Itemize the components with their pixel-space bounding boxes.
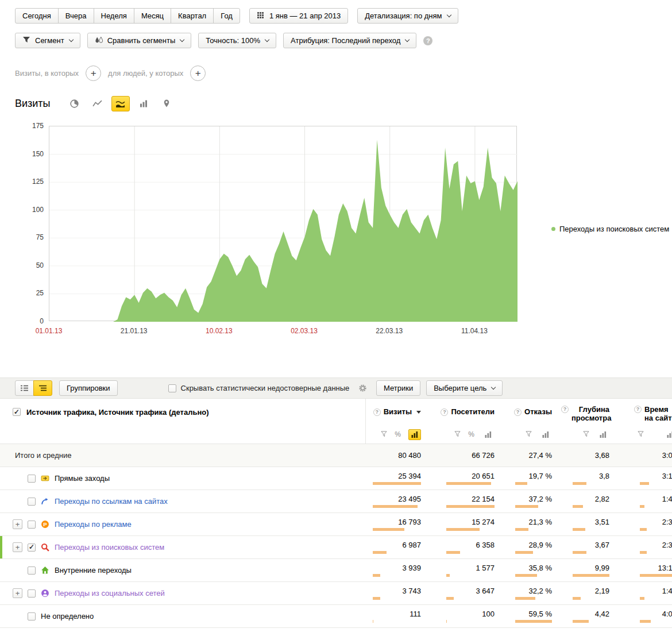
filter-icon[interactable]	[381, 430, 387, 439]
gear-icon[interactable]	[358, 384, 367, 392]
table-row: Переходы по ссылкам на сайтах 23 495 22 …	[0, 490, 672, 513]
filter-icon[interactable]	[454, 430, 461, 439]
expand-button[interactable]: +	[13, 588, 22, 598]
column-filters-row: % %	[0, 425, 672, 444]
groupings-button[interactable]: Группировки	[59, 380, 118, 396]
row-checkbox[interactable]	[28, 521, 36, 529]
view-switcher	[15, 380, 52, 396]
chart-legend: Переходы из поисковых систем	[551, 225, 669, 233]
bars-icon[interactable]	[664, 429, 672, 440]
filter-icon[interactable]	[638, 430, 644, 439]
bars-icon[interactable]	[408, 429, 421, 440]
pie-chart-icon[interactable]	[65, 96, 84, 111]
period-week[interactable]: Неделя	[94, 8, 134, 24]
list-view-button[interactable]	[15, 380, 34, 396]
question-icon[interactable]: ?	[373, 409, 381, 416]
totals-bounce: 27,4 %	[529, 451, 552, 460]
question-icon[interactable]: ?	[514, 409, 522, 416]
column-header-depth[interactable]: ? Глубина просмотра	[559, 402, 616, 423]
expand-button[interactable]: +	[13, 542, 22, 552]
row-link[interactable]: Прямые заходы	[55, 474, 110, 483]
social-networks-icon	[41, 589, 49, 598]
accuracy-dropdown[interactable]: Точность: 100%	[198, 33, 276, 48]
y-axis-tick: 50	[0, 261, 44, 269]
y-axis-tick: 25	[0, 289, 44, 297]
table-toolbar: Группировки Скрывать статистически недос…	[0, 377, 672, 399]
row-checkbox[interactable]	[28, 544, 36, 552]
y-axis-tick: 125	[0, 178, 44, 186]
row-checkbox[interactable]	[28, 612, 36, 621]
row-link[interactable]: Переходы из социальных сетей	[55, 589, 165, 598]
percent-icon[interactable]: %	[395, 430, 401, 438]
search-engine-icon	[41, 543, 49, 552]
bar-chart-icon[interactable]	[134, 96, 153, 111]
direct-visits-icon	[41, 474, 49, 483]
period-today[interactable]: Сегодня	[15, 8, 59, 24]
depth-filter-icons	[559, 429, 616, 440]
bars-icon[interactable]	[482, 429, 495, 440]
detalization-dropdown[interactable]: Детализация: по дням	[357, 8, 458, 24]
compare-segments-dropdown[interactable]: Сравнить сегменты	[87, 33, 192, 48]
chevron-down-icon	[491, 384, 496, 389]
compare-segments-icon	[95, 36, 103, 45]
visits-filter-label: Визиты, в которых	[15, 69, 79, 78]
legend-dot-icon	[551, 227, 555, 231]
map-icon[interactable]	[157, 96, 176, 111]
choose-goal-dropdown[interactable]: Выберите цель	[426, 380, 503, 396]
period-yesterday[interactable]: Вчера	[58, 8, 94, 24]
row-checkbox[interactable]	[28, 567, 36, 575]
attribution-dropdown[interactable]: Атрибуция: Последний переход	[283, 33, 416, 48]
report-table-section: Группировки Скрывать статистически недос…	[0, 377, 672, 628]
filter-icon[interactable]	[526, 430, 532, 439]
row-checkbox[interactable]	[28, 475, 36, 483]
table-row: + Р Переходы по рекламе 16 793 15 274 21…	[0, 513, 672, 536]
row-link[interactable]: Переходы по ссылкам на сайтах	[55, 497, 168, 506]
hide-unreliable-checkbox[interactable]	[168, 384, 176, 392]
filter-icon[interactable]	[583, 430, 589, 439]
help-icon[interactable]: ?	[423, 36, 432, 45]
row-link[interactable]: Переходы из поисковых систем	[55, 543, 164, 552]
question-icon[interactable]: ?	[441, 409, 448, 416]
metrics-button[interactable]: Метрики	[376, 380, 420, 396]
add-people-filter-button[interactable]: +	[190, 65, 206, 81]
chevron-down-icon	[68, 37, 73, 41]
tree-view-button[interactable]	[33, 380, 52, 396]
x-axis-tick: 02.03.13	[285, 327, 324, 335]
bars-icon[interactable]	[597, 429, 609, 440]
chevron-down-icon	[446, 12, 451, 17]
x-axis-tick: 22.03.13	[370, 327, 409, 335]
question-icon[interactable]: ?	[561, 406, 569, 413]
row-checkbox[interactable]	[28, 498, 36, 506]
sort-desc-icon	[416, 411, 421, 414]
column-header-time[interactable]: ? Время на сайте	[616, 402, 672, 423]
column-header-bounce[interactable]: ? Отказы	[501, 408, 559, 417]
table-row: Внутренние переходы 3 939 1 577 35,8 % 9…	[0, 559, 672, 582]
date-range-button[interactable]: 1 янв — 21 апр 2013	[249, 8, 348, 24]
x-axis-tick: 11.04.13	[455, 327, 494, 335]
row-link[interactable]: Не определено	[41, 612, 94, 621]
visits-filter-icons: %	[366, 429, 428, 440]
line-chart-icon[interactable]	[88, 96, 107, 111]
add-visits-filter-button[interactable]: +	[86, 65, 101, 81]
period-month[interactable]: Месяц	[134, 8, 171, 24]
expand-button[interactable]: +	[13, 519, 22, 529]
row-link[interactable]: Внутренние переходы	[55, 566, 132, 575]
totals-label: Итого и средние	[15, 451, 71, 460]
value-bar	[373, 482, 421, 485]
row-checkbox[interactable]	[28, 589, 36, 598]
column-header-visitors[interactable]: ? Посетители	[428, 408, 501, 417]
area-chart-icon[interactable]	[111, 96, 130, 111]
date-range-label: 1 янв — 21 апр 2013	[269, 11, 341, 20]
question-icon[interactable]: ?	[634, 406, 642, 413]
segment-dropdown[interactable]: Сегмент	[15, 33, 80, 48]
row-link[interactable]: Переходы по рекламе	[55, 520, 132, 529]
bars-icon[interactable]	[539, 429, 552, 440]
internal-transitions-icon	[41, 566, 49, 575]
percent-icon[interactable]: %	[468, 430, 474, 438]
period-year[interactable]: Год	[213, 8, 240, 24]
period-quarter[interactable]: Квартал	[171, 8, 214, 24]
column-header-visits[interactable]: ? Визиты	[366, 408, 428, 417]
visits-chart: Переходы из поисковых систем 02550751001…	[0, 126, 672, 344]
select-all-checkbox[interactable]	[13, 408, 21, 416]
filter-builder: Визиты, в которых + для людей, у которых…	[15, 65, 672, 81]
